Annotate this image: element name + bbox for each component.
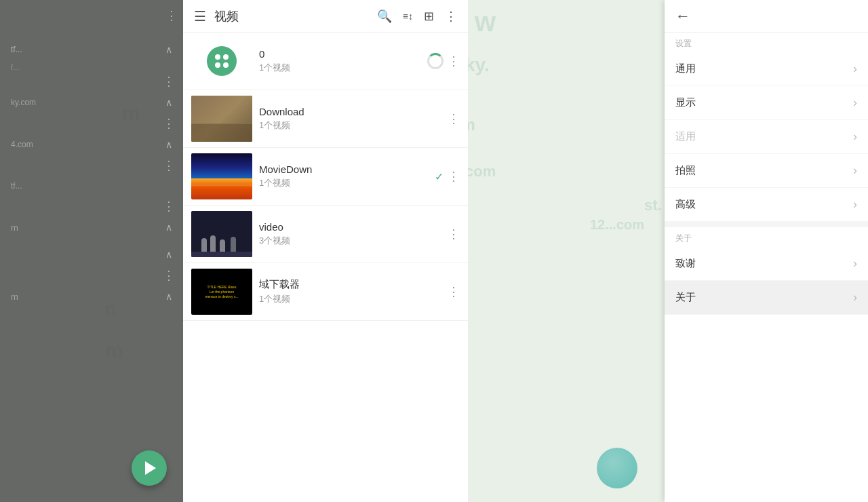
settings-label-advanced: 高级	[675, 198, 696, 211]
search-icon[interactable]: 🔍	[374, 6, 395, 26]
settings-item-photo[interactable]: 拍照 ›	[665, 154, 868, 188]
video-item-moviedown[interactable]: MovieDown 1个视频 ✓ ⋮	[183, 148, 468, 206]
video-count-moviedown: 1个视频	[259, 177, 428, 189]
settings-item-advanced[interactable]: 高级 ›	[665, 188, 868, 222]
play-fab-button[interactable]	[132, 450, 167, 486]
settings-label-about: 关于	[675, 291, 696, 304]
film-icon	[207, 46, 237, 76]
starwars-text: TITLE HERE Rises Let the phantom menace …	[202, 282, 241, 302]
sidebar-item-3[interactable]: 4.com ∧	[0, 131, 183, 158]
settings-section-header: 设置	[665, 33, 868, 52]
video-count-download: 1个视频	[259, 119, 441, 132]
header-icons: 🔍 ≡↕ ⊞ ⋮	[374, 6, 460, 26]
settings-item-apply[interactable]: 适用 ›	[665, 120, 868, 154]
video-item-0[interactable]: 0 1个视频 ⋮	[183, 33, 468, 90]
chevron-right-about: ›	[853, 290, 857, 305]
video-item-right-0: ⋮	[427, 53, 460, 69]
video-item-downloader[interactable]: TITLE HERE Rises Let the phantom menace …	[183, 263, 468, 321]
settings-label-display: 显示	[675, 96, 696, 109]
settings-about-title: 关于	[675, 233, 692, 243]
video-info-download: Download 1个视频	[252, 106, 448, 132]
item-dots-moviedown[interactable]: ⋮	[448, 169, 460, 184]
film-dot	[223, 62, 229, 68]
video-info-0: 0 1个视频	[252, 48, 427, 74]
video-thumb-0	[191, 38, 252, 84]
film-dot	[215, 62, 220, 68]
sidebar-item-5[interactable]: m ∧	[0, 214, 183, 241]
chevron-right-advanced: ›	[853, 197, 857, 212]
ground	[191, 252, 252, 257]
chevron-right-apply: ›	[853, 130, 857, 144]
sidebar-dots-row-2: ⋮	[0, 116, 183, 131]
floor-stripe	[191, 123, 252, 142]
sidebar-header-dots[interactable]: ⋮	[165, 8, 178, 23]
city-horizon	[191, 185, 252, 186]
video-item-right-downloader: ⋮	[448, 284, 460, 299]
sidebar-item-1-sub: f...	[0, 63, 183, 71]
video-item-right-video: ⋮	[448, 227, 460, 242]
item-dots-downloader[interactable]: ⋮	[448, 284, 460, 299]
video-name-downloader: 域下载器	[259, 278, 441, 291]
list-icon[interactable]: ≡↕	[400, 8, 416, 24]
floor-bg	[191, 96, 252, 142]
chevron-right-display: ›	[853, 96, 857, 110]
sidebar-item-1-content: tf...	[11, 45, 22, 54]
settings-item-display[interactable]: 显示 ›	[665, 86, 868, 120]
checkmark-icon: ✓	[435, 170, 443, 183]
sidebar-item-3-label: 4.com	[11, 140, 33, 149]
settings-item-general[interactable]: 通用 ›	[665, 52, 868, 86]
video-count-video: 3个视频	[259, 235, 441, 247]
video-name-download: Download	[259, 106, 441, 117]
watermark: st.	[644, 197, 662, 214]
grid-icon[interactable]: ⊞	[421, 6, 437, 26]
sidebar-item-1[interactable]: tf... ∧	[0, 36, 183, 63]
sidebar-dots-1[interactable]: ⋮	[163, 74, 175, 89]
settings-item-credits[interactable]: 致谢 ›	[665, 247, 868, 281]
chevron-up-icon-2: ∧	[165, 97, 172, 108]
sidebar-item-4[interactable]: tf...	[0, 173, 183, 199]
settings-header: ←	[665, 0, 868, 33]
chevron-up-icon-1: ∧	[165, 44, 172, 55]
back-icon[interactable]: ←	[675, 7, 690, 25]
video-thumb-video	[191, 211, 252, 257]
video-thumb-moviedown	[191, 153, 252, 199]
item-dots-video[interactable]: ⋮	[448, 227, 460, 242]
item-dots-0[interactable]: ⋮	[448, 54, 460, 69]
play-triangle-icon	[145, 461, 156, 475]
sidebar-item-7[interactable]: m ∧	[0, 283, 183, 310]
video-count-downloader: 1个视频	[259, 293, 441, 305]
teal-bubble	[597, 448, 637, 488]
sidebar-dots-3[interactable]: ⋮	[163, 158, 175, 173]
sidebar-item-7-label: m	[11, 292, 18, 302]
settings-panel: ← 设置 通用 › 显示 › 适用 › 拍照 › 高级 › 关于 致谢 › 关于…	[665, 0, 868, 502]
video-info-downloader: 域下载器 1个视频	[252, 278, 448, 305]
video-panel-header: ☰ 视频 🔍 ≡↕ ⊞ ⋮	[183, 0, 468, 33]
sidebar: ⋮ tf... ∧ f... ⋮ ky.com ∧ ⋮ 4.com ∧ ⋮	[0, 0, 183, 502]
sidebar-dots-2[interactable]: ⋮	[163, 116, 175, 131]
hamburger-icon[interactable]: ☰	[191, 5, 209, 27]
sidebar-dots-row-6: ⋮	[0, 268, 183, 283]
thumb-floor	[191, 96, 252, 142]
settings-label-credits: 致谢	[675, 257, 696, 270]
thumb-dark-bg	[191, 211, 252, 257]
video-name-video: video	[259, 221, 441, 233]
figure-1	[201, 238, 207, 252]
sidebar-item-2[interactable]: ky.com ∧	[0, 89, 183, 116]
video-item-video[interactable]: video 3个视频 ⋮	[183, 206, 468, 263]
sidebar-dots-4[interactable]: ⋮	[163, 199, 175, 214]
video-info-moviedown: MovieDown 1个视频	[252, 163, 435, 189]
sidebar-dots-6[interactable]: ⋮	[163, 268, 175, 283]
settings-item-about[interactable]: 关于 ›	[665, 281, 868, 315]
settings-label-photo: 拍照	[675, 164, 696, 177]
sidebar-item-6[interactable]: ∧	[0, 241, 183, 268]
chevron-up-icon-6: ∧	[165, 249, 172, 260]
watermark: 12...com	[590, 217, 644, 233]
video-item-right-download: ⋮	[448, 111, 460, 126]
video-item-download[interactable]: Download 1个视频 ⋮	[183, 90, 468, 148]
settings-label-apply: 适用	[675, 130, 696, 143]
sidebar-header: ⋮	[0, 0, 183, 31]
more-icon[interactable]: ⋮	[442, 6, 460, 26]
loading-spinner-0	[427, 53, 443, 69]
item-dots-download[interactable]: ⋮	[448, 111, 460, 126]
video-name-0: 0	[259, 48, 420, 60]
